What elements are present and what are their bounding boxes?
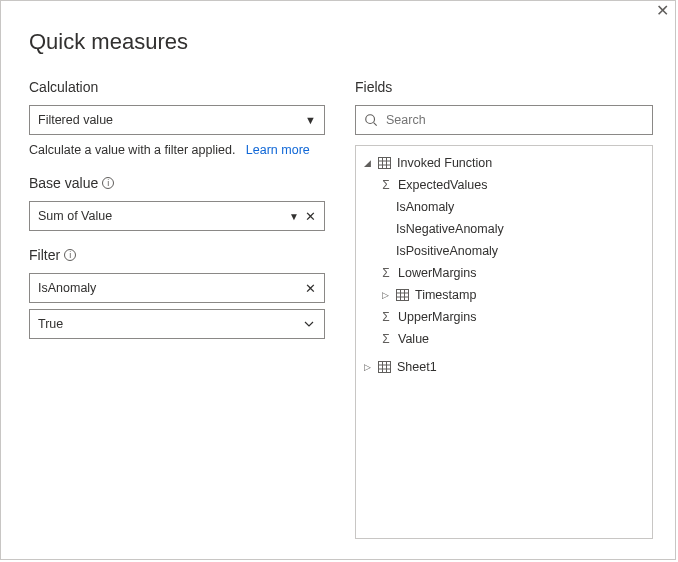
tree-label: IsAnomaly — [396, 198, 454, 216]
tree-label: ExpectedValues — [398, 176, 487, 194]
tree-label: LowerMargins — [398, 264, 477, 282]
base-value-field[interactable]: Sum of Value ▼ ✕ — [29, 201, 325, 231]
base-value-text: Sum of Value — [38, 209, 112, 223]
clear-filter-field-button[interactable]: ✕ — [305, 281, 316, 296]
clear-base-value-button[interactable]: ✕ — [305, 209, 316, 224]
tree-field-timestamp[interactable]: ▷ Timestamp — [360, 284, 648, 306]
calculation-desc-text: Calculate a value with a filter applied. — [29, 143, 235, 157]
filter-field[interactable]: IsAnomaly ✕ — [29, 273, 325, 303]
tree-field-value[interactable]: Σ Value — [360, 328, 648, 350]
calculation-dropdown[interactable]: Filtered value ▼ — [29, 105, 325, 135]
tree-field-uppermargins[interactable]: Σ UpperMargins — [360, 306, 648, 328]
quick-measures-dialog: ✕ Quick measures Calculation Filtered va… — [0, 0, 676, 560]
dialog-columns: Calculation Filtered value ▼ Calculate a… — [29, 79, 653, 539]
svg-rect-2 — [379, 158, 391, 169]
calculation-label: Calculation — [29, 79, 325, 95]
learn-more-link[interactable]: Learn more — [246, 143, 310, 157]
expand-icon: ▷ — [380, 286, 390, 304]
left-column: Calculation Filtered value ▼ Calculate a… — [29, 79, 325, 539]
tree-label: UpperMargins — [398, 308, 477, 326]
collapse-icon: ◢ — [362, 154, 372, 172]
fields-search[interactable] — [355, 105, 653, 135]
base-value-label: Base value i — [29, 175, 325, 191]
calculation-description: Calculate a value with a filter applied.… — [29, 143, 325, 157]
tree-field-lowermargins[interactable]: Σ LowerMargins — [360, 262, 648, 284]
filter-value-dropdown[interactable]: True — [29, 309, 325, 339]
base-value-label-text: Base value — [29, 175, 98, 191]
sigma-icon: Σ — [380, 264, 392, 282]
caret-down-icon: ▼ — [305, 114, 316, 126]
search-icon — [364, 113, 378, 127]
table-icon — [396, 289, 409, 301]
caret-down-icon: ▼ — [289, 211, 299, 222]
fields-label: Fields — [355, 79, 653, 95]
tree-label: Value — [398, 330, 429, 348]
filter-value-text: True — [38, 317, 63, 331]
tree-label: IsPositiveAnomaly — [396, 242, 498, 260]
close-button[interactable]: ✕ — [652, 1, 673, 21]
search-input[interactable] — [386, 113, 644, 127]
filter-label-text: Filter — [29, 247, 60, 263]
dialog-title: Quick measures — [29, 29, 653, 55]
tree-field-isnegativeanomaly[interactable]: IsNegativeAnomaly — [360, 218, 648, 240]
sigma-icon: Σ — [380, 308, 392, 326]
filter-field-text: IsAnomaly — [38, 281, 96, 295]
tree-field-ispositiveanomaly[interactable]: IsPositiveAnomaly — [360, 240, 648, 262]
tree-table-sheet1[interactable]: ▷ Sheet1 — [360, 356, 648, 378]
svg-point-0 — [366, 115, 375, 124]
table-icon — [378, 361, 391, 373]
tree-label: Sheet1 — [397, 358, 437, 376]
calculation-selected: Filtered value — [38, 113, 113, 127]
info-icon[interactable]: i — [102, 177, 114, 189]
tree-label: Invoked Function — [397, 154, 492, 172]
svg-rect-7 — [397, 290, 409, 301]
sigma-icon: Σ — [380, 176, 392, 194]
tree-label: IsNegativeAnomaly — [396, 220, 504, 238]
svg-rect-12 — [379, 362, 391, 373]
sigma-icon: Σ — [380, 330, 392, 348]
svg-line-1 — [374, 123, 377, 126]
fields-tree: ◢ Invoked Function Σ ExpectedValues IsAn… — [355, 145, 653, 539]
table-icon — [378, 157, 391, 169]
right-column: Fields ◢ Invoked Function Σ — [355, 79, 653, 539]
tree-field-isanomaly[interactable]: IsAnomaly — [360, 196, 648, 218]
expand-icon: ▷ — [362, 358, 372, 376]
chevron-down-icon — [302, 317, 316, 331]
tree-table-invoked-function[interactable]: ◢ Invoked Function — [360, 152, 648, 174]
tree-label: Timestamp — [415, 286, 476, 304]
info-icon[interactable]: i — [64, 249, 76, 261]
filter-label: Filter i — [29, 247, 325, 263]
tree-field-expectedvalues[interactable]: Σ ExpectedValues — [360, 174, 648, 196]
